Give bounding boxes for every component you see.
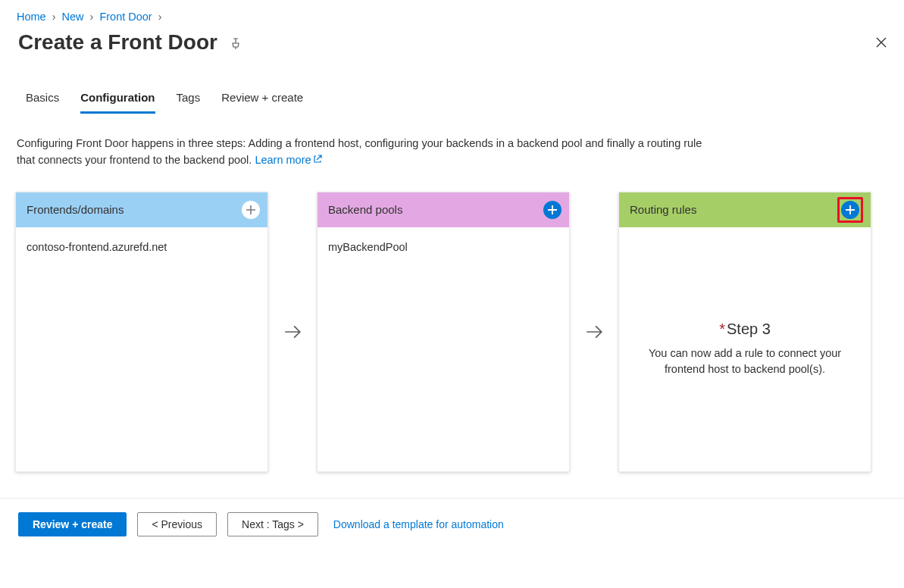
previous-button[interactable]: < Previous — [137, 512, 217, 536]
tab-review-create[interactable]: Review + create — [221, 91, 303, 114]
card-routing-header: Routing rules — [619, 192, 871, 227]
tab-basics[interactable]: Basics — [26, 91, 59, 114]
external-link-icon — [313, 152, 322, 168]
card-backends: Backend pools myBackendPool — [317, 192, 570, 472]
routing-step-text: You can now add a rule to connect your f… — [634, 346, 856, 377]
breadcrumb-new[interactable]: New — [62, 11, 84, 23]
card-backends-header: Backend pools — [317, 192, 569, 227]
card-frontends-header: Frontends/domains — [16, 192, 267, 227]
card-backends-title: Backend pools — [328, 203, 402, 216]
add-routing-button[interactable] — [841, 201, 859, 219]
download-template-link[interactable]: Download a template for automation — [333, 518, 504, 530]
pin-icon[interactable] — [230, 38, 242, 52]
breadcrumb-frontdoor[interactable]: Front Door — [99, 11, 152, 23]
learn-more-link[interactable]: Learn more — [255, 152, 321, 168]
intro-body: Configuring Front Door happens in three … — [17, 137, 702, 166]
card-routing-title: Routing rules — [630, 203, 696, 216]
backend-item[interactable]: myBackendPool — [328, 241, 558, 253]
intro-text: Configuring Front Door happens in three … — [17, 135, 721, 169]
card-frontends-title: Frontends/domains — [27, 203, 124, 216]
add-backend-button[interactable] — [543, 201, 561, 219]
footer-bar: Review + create < Previous Next : Tags >… — [15, 499, 889, 550]
config-cards: Frontends/domains contoso-frontend.azure… — [15, 192, 889, 472]
next-button[interactable]: Next : Tags > — [227, 512, 318, 536]
close-icon[interactable] — [875, 36, 887, 51]
arrow-right-icon — [570, 192, 618, 472]
chevron-right-icon: › — [90, 11, 94, 23]
chevron-right-icon: › — [52, 11, 56, 23]
chevron-right-icon: › — [158, 11, 162, 23]
frontend-item[interactable]: contoso-frontend.azurefd.net — [27, 241, 257, 253]
review-create-button[interactable]: Review + create — [18, 512, 127, 536]
tab-bar: Basics Configuration Tags Review + creat… — [26, 91, 889, 114]
card-routing: Routing rules *Step 3 You can now add a … — [618, 192, 871, 472]
tab-tags[interactable]: Tags — [177, 91, 201, 114]
add-routing-highlight — [837, 197, 863, 223]
routing-step-title: *Step 3 — [719, 321, 771, 338]
add-frontend-button[interactable] — [242, 201, 260, 219]
arrow-right-icon — [268, 192, 317, 472]
required-asterisk-icon: * — [719, 321, 725, 337]
card-frontends: Frontends/domains contoso-frontend.azure… — [15, 192, 268, 472]
page-title: Create a Front Door — [18, 30, 217, 55]
tab-configuration[interactable]: Configuration — [80, 91, 155, 114]
breadcrumb-home[interactable]: Home — [17, 11, 46, 23]
breadcrumb: Home › New › Front Door › — [15, 8, 889, 30]
